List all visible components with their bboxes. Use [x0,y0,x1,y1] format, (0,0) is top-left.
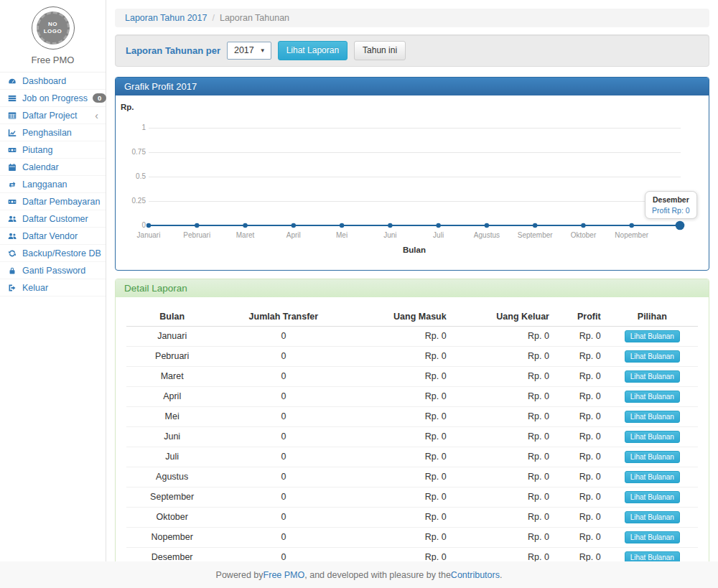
caret-down-icon: ▼ [260,47,266,54]
cell-profit: Rp. 0 [555,487,607,507]
sidebar-item-penghasilan[interactable]: Penghasilan [0,124,106,141]
x-tick-label: Pebruari [183,231,210,239]
sidebar-item-langganan[interactable]: Langganan [0,176,106,193]
sidebar-item-dashboard[interactable]: Dashboard [0,73,106,90]
sidebar-item-keluar[interactable]: Keluar [0,279,106,297]
data-point-active [676,220,685,230]
detail-panel: Detail Laporan BulanJumlah TransferUang … [115,279,709,561]
cell-masuk: Rp. 0 [349,366,452,386]
lihat-bulanan-button[interactable]: Lihat Bulanan [625,471,680,483]
money-icon [7,146,17,154]
cell-keluar: Rp. 0 [452,547,555,561]
cell-pilihan: Lihat Bulanan [607,386,698,406]
lihat-bulanan-button[interactable]: Lihat Bulanan [625,511,680,523]
cell-masuk: Rp. 0 [349,346,452,366]
cell-profit: Rp. 0 [555,366,607,386]
cell-pilihan: Lihat Bulanan [607,487,698,507]
sidebar-item-job-on-progress[interactable]: Job on Progress0 [0,90,106,107]
cell-bulan: Mei [126,406,218,426]
data-point [533,223,537,227]
breadcrumb-separator: / [212,13,214,23]
sidebar-item-label: Daftar Pembayaran [22,197,100,207]
lihat-bulanan-button[interactable]: Lihat Bulanan [625,431,680,443]
sidebar-item-daftar-vendor[interactable]: Daftar Vendor [0,228,106,245]
footer-text-prefix: Powered by [216,570,264,580]
cell-keluar: Rp. 0 [452,467,555,487]
cell-keluar: Rp. 0 [452,386,555,406]
lihat-bulanan-button[interactable]: Lihat Bulanan [625,531,680,543]
sidebar-menu: DashboardJob on Progress0Daftar Project‹… [0,73,106,297]
lihat-bulanan-button[interactable]: Lihat Bulanan [625,370,680,383]
chart-panel-title: Grafik Profit 2017 [116,78,709,95]
footer-link-freepmo[interactable]: Free PMO [264,570,305,580]
cell-bulan: Maret [126,366,218,386]
sidebar-item-ganti-password[interactable]: Ganti Password [0,262,106,279]
year-select-value: 2017 [234,45,254,55]
lihat-bulanan-button[interactable]: Lihat Bulanan [625,451,680,463]
data-point [436,223,440,227]
refresh-icon [7,249,17,258]
cell-profit: Rp. 0 [555,386,607,406]
column-header-pilihan: Pilihan [607,307,698,327]
lihat-bulanan-button[interactable]: Lihat Bulanan [625,411,680,423]
sidebar-item-backup-restore-db[interactable]: Backup/Restore DB [0,245,106,262]
cell-profit: Rp. 0 [555,447,607,467]
cell-pilihan: Lihat Bulanan [607,326,698,346]
sidebar-item-label: Piutang [22,145,52,155]
column-header-jumlah-transfer: Jumlah Transfer [218,307,349,327]
cell-keluar: Rp. 0 [452,527,555,547]
x-tick-label: Juli [433,231,444,239]
cell-profit: Rp. 0 [555,527,607,547]
detail-panel-title: Detail Laporan [116,279,709,297]
x-tick-label: Maret [236,231,255,239]
lihat-bulanan-button[interactable]: Lihat Bulanan [625,491,680,503]
sidebar-item-label: Job on Progress [22,93,88,103]
footer-link-contributors[interactable]: Contributors [451,570,500,580]
this-year-button[interactable]: Tahun ini [354,41,406,60]
cell-keluar: Rp. 0 [452,406,555,426]
lihat-bulanan-button[interactable]: Lihat Bulanan [625,391,680,403]
year-select[interactable]: 2017 ▼ [227,42,271,60]
sidebar-item-calendar[interactable]: Calendar [0,159,106,176]
cell-masuk: Rp. 0 [349,426,452,447]
cell-keluar: Rp. 0 [452,346,555,366]
sidebar-item-label: Ganti Password [22,266,85,276]
x-tick-label: Juni [383,231,396,239]
cell-jumlah: 0 [218,326,349,346]
detail-table: BulanJumlah TransferUang MasukUang Kelua… [126,307,698,561]
cell-jumlah: 0 [218,487,349,507]
column-header-uang-masuk: Uang Masuk [349,307,452,327]
sidebar-item-label: Langganan [22,179,67,190]
breadcrumb-link[interactable]: Laporan Tahun 2017 [125,13,207,23]
data-point [195,223,199,227]
cell-jumlah: 0 [218,447,349,467]
cell-bulan: April [126,386,218,406]
table-row-maret: Maret0Rp. 0Rp. 0Rp. 0Lihat Bulanan [126,366,698,386]
retweet-icon [7,180,17,189]
chart-tooltip: DesemberProfit Rp: 0 [645,191,697,219]
data-point [485,223,489,227]
sidebar-item-daftar-customer[interactable]: Daftar Customer [0,210,106,228]
cell-keluar: Rp. 0 [452,487,555,507]
breadcrumb-current: Laporan Tahunan [220,13,289,23]
sidebar-item-daftar-pembayaran[interactable]: Daftar Pembayaran [0,193,106,210]
lihat-bulanan-button[interactable]: Lihat Bulanan [625,330,680,342]
money-icon [7,197,17,206]
footer-text-middle: , and developed with pleasure by the [304,570,451,580]
tooltip-value: Profit Rp: 0 [652,206,690,215]
cell-keluar: Rp. 0 [452,507,555,527]
sidebar-item-label: Daftar Customer [22,214,88,224]
view-report-button[interactable]: Lihat Laporan [278,41,348,60]
cell-jumlah: 0 [218,366,349,386]
cell-profit: Rp. 0 [555,426,607,447]
cell-bulan: Agustus [126,467,218,487]
lihat-bulanan-button[interactable]: Lihat Bulanan [625,350,680,363]
cell-masuk: Rp. 0 [349,547,452,561]
sidebar-item-piutang[interactable]: Piutang [0,141,106,159]
x-tick-label: Januari [137,231,161,239]
x-axis-title: Bulan [403,246,426,254]
lihat-bulanan-button[interactable]: Lihat Bulanan [625,551,680,561]
cell-masuk: Rp. 0 [349,447,452,467]
cell-bulan: Juli [126,447,218,467]
sidebar-item-daftar-project[interactable]: Daftar Project‹ [0,107,106,124]
